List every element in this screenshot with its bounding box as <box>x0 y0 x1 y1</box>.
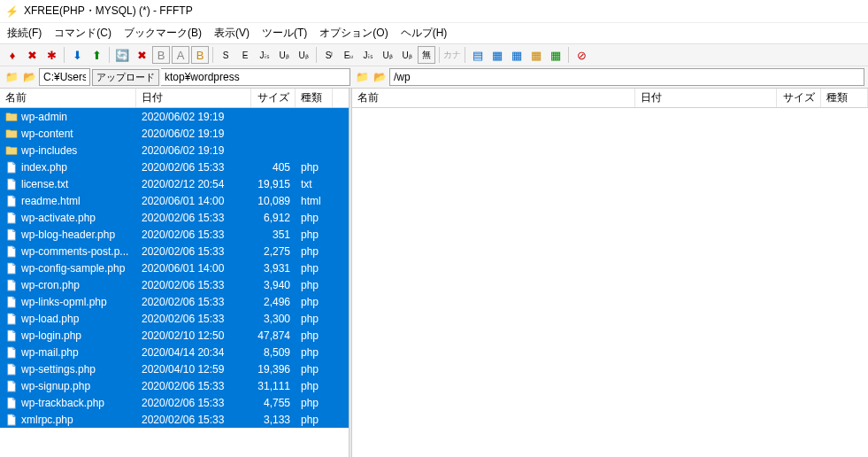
col-name[interactable]: 名前 <box>352 89 635 107</box>
separator <box>212 47 213 63</box>
file-date: 2020/02/06 15:33 <box>136 313 251 325</box>
file-row[interactable]: wp-blog-header.php2020/02/06 15:33351php <box>0 226 349 243</box>
file-size: 3,300 <box>251 313 296 325</box>
file-date: 2020/04/10 12:59 <box>136 363 251 376</box>
remote-path-input[interactable] <box>389 68 864 86</box>
kana-icon[interactable]: カナ <box>443 46 461 64</box>
remote-open-icon[interactable]: 📂 <box>372 69 388 85</box>
file-date: 2020/02/06 15:33 <box>136 228 251 241</box>
col-kind[interactable]: 種類 <box>296 89 333 107</box>
file-row[interactable]: wp-admin2020/06/02 19:19 <box>0 108 349 125</box>
folder-icon <box>5 144 18 157</box>
local-pane: 名前 日付 サイズ 種類 wp-admin2020/06/02 19:19wp-… <box>0 89 349 457</box>
local-path-input-pre[interactable] <box>39 68 90 86</box>
file-row[interactable]: wp-trackback.php2020/02/06 15:334,755php <box>0 394 349 411</box>
local-list-header: 名前 日付 サイズ 種類 <box>0 89 349 108</box>
sjis-down-icon[interactable]: Sᴶ <box>320 46 338 64</box>
col-size[interactable]: サイズ <box>251 89 296 107</box>
menu-help[interactable]: ヘルプ(H) <box>401 26 448 41</box>
file-row[interactable]: wp-links-opml.php2020/02/06 15:332,496ph… <box>0 293 349 310</box>
file-icon <box>5 245 18 258</box>
col-kind[interactable]: 種類 <box>821 89 868 107</box>
file-name: wp-signup.php <box>21 380 90 392</box>
local-updir-icon[interactable]: 📁 <box>4 69 19 85</box>
col-date[interactable]: 日付 <box>635 89 777 107</box>
menu-option[interactable]: オプション(O) <box>319 26 388 41</box>
file-date: 2020/02/10 12:50 <box>136 329 251 342</box>
file-row[interactable]: wp-comments-post.p...2020/02/06 15:332,2… <box>0 243 349 259</box>
file-row[interactable]: wp-signup.php2020/02/06 15:3331,111php <box>0 377 349 394</box>
disconnect-icon[interactable]: ✱ <box>42 46 60 64</box>
file-name: wp-mail.php <box>21 346 79 359</box>
col-size[interactable]: サイズ <box>777 89 821 107</box>
local-path-input-post[interactable] <box>161 68 350 86</box>
separator <box>64 47 65 63</box>
none-icon[interactable]: 無 <box>418 46 435 64</box>
local-open-icon[interactable]: 📂 <box>21 69 37 85</box>
file-size: 19,396 <box>251 363 296 376</box>
utf8-down-icon[interactable]: Uᵦ <box>379 46 396 64</box>
download-icon[interactable]: ⬇ <box>68 46 86 64</box>
detail-icon[interactable]: ▦ <box>488 46 506 64</box>
upload-button[interactable]: アップロード <box>92 69 159 86</box>
utf8bom-down-icon[interactable]: Uᵦ <box>398 46 416 64</box>
separator <box>316 47 317 63</box>
utf8bom-up-icon[interactable]: Uᵦ <box>295 46 312 64</box>
file-size: 31,111 <box>251 380 296 392</box>
separator <box>465 47 465 63</box>
file-size: 351 <box>251 228 296 241</box>
file-row[interactable]: wp-config-sample.php2020/06/01 14:003,93… <box>0 259 349 276</box>
file-row[interactable]: wp-content2020/06/02 19:19 <box>0 125 349 142</box>
mode-a-icon[interactable]: A <box>172 46 189 64</box>
jis-down-icon[interactable]: Jᵢₛ <box>359 46 377 64</box>
remote-file-list[interactable] <box>352 108 868 457</box>
file-kind: php <box>296 262 333 275</box>
file-icon <box>5 212 18 224</box>
file-row[interactable]: xmlrpc.php2020/02/06 15:333,133php <box>0 411 349 428</box>
mirror-icon[interactable]: ▦ <box>547 46 565 64</box>
file-name: index.php <box>21 161 67 174</box>
menu-bookmark[interactable]: ブックマーク(B) <box>124 26 202 41</box>
file-date: 2020/02/06 15:33 <box>136 245 251 258</box>
file-row[interactable]: wp-login.php2020/02/10 12:5047,874php <box>0 327 349 344</box>
connect-icon[interactable]: ♦ <box>4 46 21 64</box>
file-size: 3,940 <box>251 279 296 291</box>
remote-updir-icon[interactable]: 📁 <box>354 69 370 85</box>
menu-connect[interactable]: 接続(F) <box>7 26 42 41</box>
file-row[interactable]: license.txt2020/02/12 20:5419,915txt <box>0 175 349 192</box>
mode-auto-icon[interactable]: B <box>191 46 209 64</box>
file-row[interactable]: index.php2020/02/06 15:33405php <box>0 159 349 175</box>
file-name: license.txt <box>21 178 68 190</box>
file-row[interactable]: wp-mail.php2020/04/14 20:348,509php <box>0 344 349 360</box>
file-row[interactable]: wp-load.php2020/02/06 15:333,300php <box>0 310 349 327</box>
menu-command[interactable]: コマンド(C) <box>54 26 111 41</box>
file-row[interactable]: wp-settings.php2020/04/10 12:5919,396php <box>0 360 349 377</box>
upload-icon[interactable]: ⬆ <box>88 46 105 64</box>
list-icon[interactable]: ▤ <box>469 46 487 64</box>
file-row[interactable]: wp-cron.php2020/02/06 15:333,940php <box>0 276 349 293</box>
sync-icon[interactable]: ▦ <box>508 46 526 64</box>
folder-icon <box>5 111 18 123</box>
mode-b-icon[interactable]: B <box>152 46 170 64</box>
file-row[interactable]: wp-activate.php2020/02/06 15:336,912php <box>0 209 349 226</box>
abort-icon[interactable]: ⊘ <box>572 46 590 64</box>
file-date: 2020/02/06 15:33 <box>136 296 251 308</box>
search-icon[interactable]: ▦ <box>527 46 545 64</box>
euc-down-icon[interactable]: Eᵤ <box>340 46 357 64</box>
delete-icon[interactable]: ✖ <box>133 46 150 64</box>
euc-up-icon[interactable]: E <box>236 46 254 64</box>
menu-tool[interactable]: ツール(T) <box>262 26 307 41</box>
file-row[interactable]: wp-includes2020/06/02 19:19 <box>0 142 349 159</box>
menu-view[interactable]: 表示(V) <box>214 26 250 41</box>
local-file-list[interactable]: wp-admin2020/06/02 19:19wp-content2020/0… <box>0 108 349 457</box>
utf8-up-icon[interactable]: Uᵦ <box>275 46 293 64</box>
sjis-up-icon[interactable]: S <box>217 46 234 64</box>
jis-up-icon[interactable]: Jᵢₛ <box>256 46 273 64</box>
col-date[interactable]: 日付 <box>136 89 251 107</box>
app-icon: ⚡ <box>5 5 19 18</box>
file-kind: php <box>296 414 333 426</box>
quick-connect-icon[interactable]: ✖ <box>23 46 41 64</box>
file-row[interactable]: readme.html2020/06/01 14:0010,089html <box>0 192 349 209</box>
refresh-icon[interactable]: 🔄 <box>113 46 131 64</box>
col-name[interactable]: 名前 <box>0 89 136 107</box>
